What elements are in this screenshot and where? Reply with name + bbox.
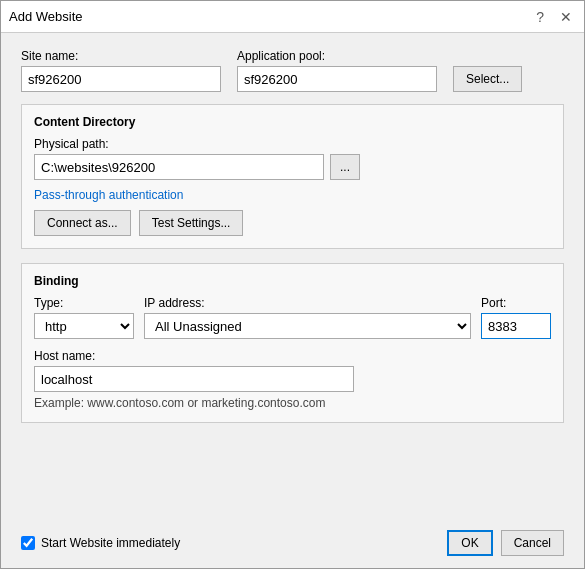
port-input[interactable] [481,313,551,339]
content-directory-title: Content Directory [34,115,551,129]
port-label: Port: [481,296,551,310]
type-select[interactable]: http https [34,313,134,339]
start-website-label[interactable]: Start Website immediately [21,536,180,550]
physical-path-input[interactable] [34,154,324,180]
title-bar-controls: ? ✕ [532,8,576,26]
site-app-pool-row: Site name: Application pool: Select... [21,49,564,92]
content-directory-section: Content Directory Physical path: ... Pas… [21,104,564,249]
host-name-label: Host name: [34,349,354,363]
binding-section: Binding Type: http https IP address: All… [21,263,564,423]
test-settings-button[interactable]: Test Settings... [139,210,244,236]
host-name-input[interactable] [34,366,354,392]
title-bar: Add Website ? ✕ [1,1,584,33]
footer: Start Website immediately OK Cancel [1,518,584,568]
footer-right: OK Cancel [447,530,564,556]
ip-label: IP address: [144,296,471,310]
app-pool-group: Application pool: [237,49,437,92]
app-pool-label: Application pool: [237,49,437,63]
example-text: Example: www.contoso.com or marketing.co… [34,396,551,410]
physical-path-group: Physical path: ... [34,137,551,180]
ip-group: IP address: All Unassigned [144,296,471,339]
start-website-text: Start Website immediately [41,536,180,550]
footer-left: Start Website immediately [21,536,180,550]
dialog-title: Add Website [9,9,82,24]
binding-row: Type: http https IP address: All Unassig… [34,296,551,339]
site-name-label: Site name: [21,49,221,63]
site-name-input[interactable] [21,66,221,92]
ok-button[interactable]: OK [447,530,492,556]
port-group: Port: [481,296,551,339]
binding-title: Binding [34,274,551,288]
type-label: Type: [34,296,134,310]
cancel-button[interactable]: Cancel [501,530,564,556]
select-app-pool-button[interactable]: Select... [453,66,522,92]
ip-select[interactable]: All Unassigned [144,313,471,339]
connect-as-button[interactable]: Connect as... [34,210,131,236]
auth-button-row: Connect as... Test Settings... [34,210,551,236]
pass-through-label: Pass-through authentication [34,188,551,202]
dialog-body: Site name: Application pool: Select... C… [1,33,584,518]
help-button[interactable]: ? [532,8,548,26]
host-name-group: Host name: [34,349,354,392]
add-website-dialog: Add Website ? ✕ Site name: Application p… [0,0,585,569]
start-website-checkbox[interactable] [21,536,35,550]
app-pool-input[interactable] [237,66,437,92]
browse-button[interactable]: ... [330,154,360,180]
close-button[interactable]: ✕ [556,8,576,26]
path-row: ... [34,154,551,180]
physical-path-label: Physical path: [34,137,551,151]
type-group: Type: http https [34,296,134,339]
site-name-group: Site name: [21,49,221,92]
